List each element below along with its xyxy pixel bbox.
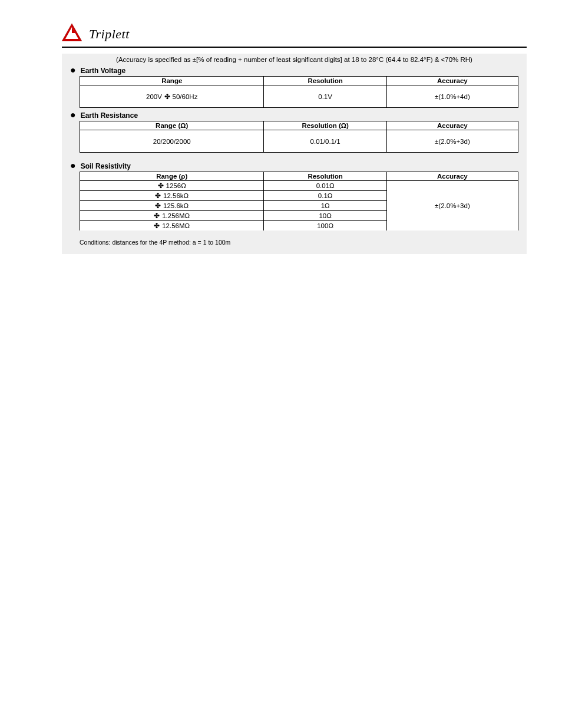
th-range: Range — [80, 77, 264, 85]
td-resolution: 1Ω — [264, 201, 386, 211]
accuracy-conditions-line: (Accuracy is specified as ±[% of reading… — [70, 56, 518, 63]
table-header-row: Range (Ω) Resolution (Ω) Accuracy — [80, 121, 518, 130]
section-title-earth-resistance: Earth Resistance — [81, 111, 138, 120]
table-header-row: Range Resolution Accuracy — [80, 77, 518, 85]
page-header: Triplett — [62, 24, 527, 48]
td-resolution: 0.01/0.1/1 — [264, 130, 386, 153]
td-range: ✤ 1256Ω — [80, 181, 264, 191]
th-accuracy: Accuracy — [386, 121, 518, 130]
td-accuracy: ±(2.0%+3d) — [386, 181, 518, 231]
section-earth-voltage: ● Earth Voltage — [70, 67, 518, 75]
table-soil-resistivity: Range (ρ) Resolution Accuracy ✤ 1256Ω 0.… — [80, 172, 518, 230]
td-resolution: 0.1V — [264, 85, 386, 108]
section-soil-resistivity: ● Soil Resistivity — [70, 162, 518, 170]
th-resolution: Resolution (Ω) — [264, 121, 386, 130]
specifications-box: (Accuracy is specified as ±[% of reading… — [62, 54, 527, 254]
logo-triangle-icon — [62, 24, 82, 43]
page: Triplett (Accuracy is specified as ±[% o… — [0, 0, 562, 278]
td-range: ✤ 12.56kΩ — [80, 191, 264, 201]
th-accuracy: Accuracy — [386, 172, 518, 181]
bullet-icon: ● — [70, 111, 76, 118]
th-resolution: Resolution — [264, 77, 386, 85]
th-range: Range (ρ) — [80, 172, 264, 181]
section-title-earth-voltage: Earth Voltage — [81, 67, 125, 75]
header-company: Triplett — [89, 27, 130, 42]
table-earth-voltage: Range Resolution Accuracy 200V ✤ 50/60Hz… — [80, 76, 518, 108]
td-range: ✤ 125.6kΩ — [80, 201, 264, 211]
table-earth-resistance: Range (Ω) Resolution (Ω) Accuracy 20/200… — [80, 121, 518, 153]
table-row: 20/200/2000 0.01/0.1/1 ±(2.0%+3d) — [80, 130, 518, 153]
td-resolution: 0.01Ω — [264, 181, 386, 191]
td-accuracy: ±(2.0%+3d) — [386, 130, 518, 153]
table-row: 200V ✤ 50/60Hz 0.1V ±(1.0%+4d) — [80, 85, 518, 108]
table-row: ✤ 1256Ω 0.01Ω ±(2.0%+3d) — [80, 181, 518, 191]
bullet-icon: ● — [70, 67, 76, 74]
th-range: Range (Ω) — [80, 121, 264, 130]
bullet-icon: ● — [70, 162, 76, 169]
td-resolution: 10Ω — [264, 211, 386, 221]
td-range: 200V ✤ 50/60Hz — [80, 85, 264, 108]
th-accuracy: Accuracy — [386, 77, 518, 85]
td-range: ✤ 1.256MΩ — [80, 211, 264, 221]
td-resolution: 0.1Ω — [264, 191, 386, 201]
td-range: ✤ 12.56MΩ — [80, 221, 264, 231]
td-range: 20/200/2000 — [80, 130, 264, 153]
table-header-row: Range (ρ) Resolution Accuracy — [80, 172, 518, 181]
td-accuracy: ±(1.0%+4d) — [386, 85, 518, 108]
section-earth-resistance: ● Earth Resistance — [70, 111, 518, 120]
th-resolution: Resolution — [264, 172, 386, 181]
soil-conditions-note: Conditions: distances for the 4P method:… — [80, 239, 518, 246]
td-resolution: 100Ω — [264, 221, 386, 231]
section-title-soil-resistivity: Soil Resistivity — [81, 162, 131, 170]
